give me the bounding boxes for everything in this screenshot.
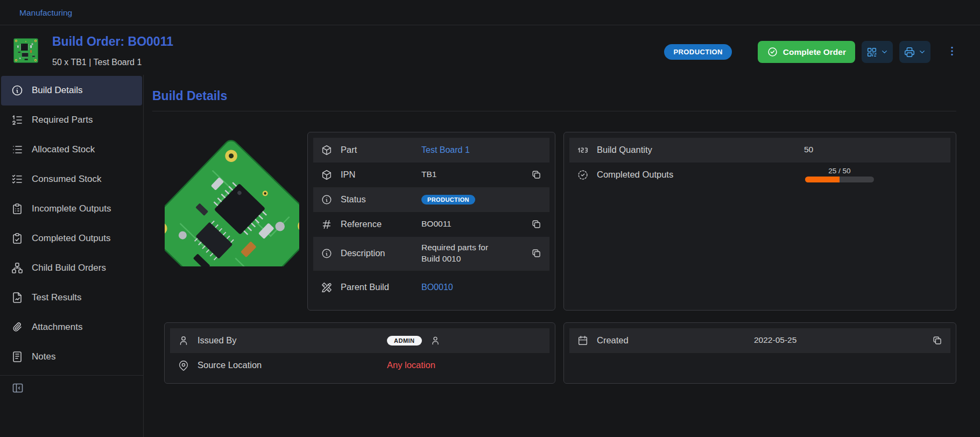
build-quantity-label: Build Quantity [597,144,804,156]
printer-icon [904,46,915,58]
list-check-icon [11,173,24,186]
completed-outputs-progress: 25 / 50 [804,167,875,182]
details-grid: Part Test Board 1 IPN TB1 Status [164,132,956,384]
parent-build-link[interactable]: BO0010 [421,281,453,293]
build-quantity-card: Build Quantity 50 Completed Outputs 25 /… [563,132,956,311]
sidebar-item-label: Completed Outputs [32,233,110,244]
sidebar-item-label: Notes [32,351,55,362]
status-badge: PRODUCTION [421,195,475,205]
sidebar-item-label: Consumed Stock [32,174,101,185]
detail-label-reference: Reference [341,219,391,230]
detail-label-parent-build: Parent Build [341,281,391,293]
progress-bar-fill [805,177,840,182]
copy-icon [531,219,542,230]
qrcode-icon [866,46,878,58]
progress-bar [805,177,874,182]
print-actions-button[interactable] [899,41,930,63]
issued-by-label: Issued By [198,335,387,346]
status-badge: PRODUCTION [664,44,731,60]
sidebar-item-child-build-orders[interactable]: Child Build Orders [1,253,142,283]
part-thumbnail-image [13,38,39,64]
issued-by-value: ADMIN [387,335,441,346]
sidebar-item-label: Test Results [32,292,82,303]
copy-icon [932,335,943,346]
info-circle-icon [321,194,333,206]
sidebar-item-attachments[interactable]: Attachments [1,313,142,342]
breadcrumb-manufacturing-link[interactable]: Manufacturing [19,8,72,17]
clipboard-list-icon [11,202,24,215]
progress-check-icon [577,169,589,181]
sitemap-icon [11,262,24,274]
info-circle-icon [11,84,24,97]
sidebar-item-build-details[interactable]: Build Details [1,76,142,105]
sidebar-item-label: Build Details [32,85,83,96]
notes-icon [11,350,24,363]
build-details-card: Part Test Board 1 IPN TB1 Status [307,132,555,311]
paperclip-icon [11,321,24,334]
created-card: Created 2022-05-25 [563,322,956,384]
issued-card: Issued By ADMIN Source Location Any loca… [164,322,555,384]
sidebar: Build Details Required Parts Allocated S… [0,75,144,437]
completed-outputs-label: Completed Outputs [597,169,804,180]
created-label: Created [597,335,754,346]
row-issued-by: Issued By ADMIN [170,328,549,353]
heading-divider [152,111,956,111]
copy-button[interactable] [530,219,542,230]
package-icon [321,169,333,181]
row-created: Created 2022-05-25 [569,328,950,353]
sidebar-item-label: Incomplete Outputs [32,203,111,214]
detail-label-description: Description [341,248,391,259]
sidebar-item-test-results[interactable]: Test Results [1,283,142,313]
more-actions-button[interactable] [944,45,960,60]
details-panel: Part Test Board 1 IPN TB1 Status [164,132,555,311]
chevron-down-icon [880,48,889,56]
hash-icon [321,219,333,230]
info-circle-icon [321,248,333,259]
page-title: Build Order: BO0011 [52,34,173,50]
row-source-location: Source Location Any location [170,353,549,378]
header-actions: PRODUCTION Complete Order [664,41,960,63]
sidebar-item-notes[interactable]: Notes [1,342,142,372]
breadcrumb: Manufacturing [0,0,980,25]
page-subtitle: 50 x TB1 | Test Board 1 [52,58,173,67]
detail-row-ipn: IPN TB1 [313,163,549,187]
admin-badge: ADMIN [387,336,422,346]
ipn-value: TB1 [421,169,436,180]
test-report-icon [11,291,24,304]
part-link[interactable]: Test Board 1 [421,144,470,156]
detail-row-reference: Reference BO0011 [313,212,549,237]
part-image[interactable] [165,132,299,266]
dots-vertical-icon [946,45,958,58]
detail-label-part: Part [341,144,391,156]
sidebar-collapse-icon [11,382,24,394]
page-header: Build Order: BO0011 50 x TB1 | Test Boar… [0,25,980,75]
copy-button[interactable] [931,335,943,347]
list-numbers-icon [11,114,24,126]
sidebar-item-allocated-stock[interactable]: Allocated Stock [1,135,142,165]
detail-row-parent-build: Parent Build BO0010 [313,271,549,305]
detail-row-status: Status PRODUCTION [313,187,549,212]
detail-row-description: Description Required parts for Build 001… [313,237,549,271]
source-location-value: Any location [387,359,435,371]
clipboard-check-icon [11,232,24,245]
package-icon [321,144,333,156]
sidebar-item-completed-outputs[interactable]: Completed Outputs [1,224,142,253]
description-value: Required parts for Build 0010 [421,242,509,265]
copy-button[interactable] [530,248,542,259]
map-pin-icon [178,360,189,371]
circle-check-icon [767,46,778,58]
row-completed-outputs: Completed Outputs 25 / 50 [569,163,950,187]
chevron-down-icon [918,48,926,56]
copy-icon [531,248,542,259]
detail-label-ipn: IPN [341,169,391,180]
user-icon [430,335,441,346]
sidebar-item-required-parts[interactable]: Required Parts [1,105,142,135]
sidebar-item-incomplete-outputs[interactable]: Incomplete Outputs [1,194,142,224]
reference-value: BO0011 [421,219,452,230]
barcode-actions-button[interactable] [862,41,893,63]
sidebar-collapse-button[interactable] [11,382,25,396]
copy-button[interactable] [530,169,542,181]
sidebar-item-consumed-stock[interactable]: Consumed Stock [1,165,142,194]
complete-order-button[interactable]: Complete Order [758,41,855,63]
progress-text: 25 / 50 [828,167,850,175]
